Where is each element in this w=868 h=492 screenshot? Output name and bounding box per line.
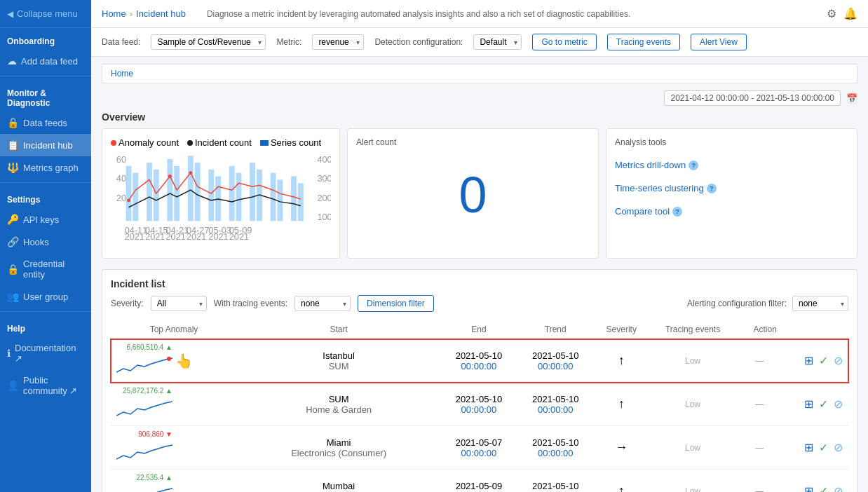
action-chart-icon[interactable]: ⊞	[804, 441, 813, 454]
severity-select-wrap: All	[151, 296, 207, 311]
breadcrumb: Home › Incident hub	[102, 8, 186, 19]
td-sparkline: 906,860 ▼	[111, 426, 237, 470]
sidebar-item-community[interactable]: 👤 Public community ↗	[0, 369, 91, 402]
data-feed-select-wrap: Sample of Cost/Revenue	[151, 34, 266, 50]
help-icon-drilldown[interactable]: ?	[689, 160, 698, 170]
start-time[interactable]: 00:00:00	[446, 448, 511, 458]
svg-text:2021: 2021	[187, 231, 206, 242]
incident-controls: Severity: All With tracing events: none …	[111, 295, 848, 312]
sidebar-item-data-feeds[interactable]: 🔒 Data feeds	[0, 111, 91, 134]
bell-icon[interactable]: 🔔	[843, 7, 857, 20]
td-trend: ↑	[594, 339, 649, 383]
action-chart-icon[interactable]: ⊞	[804, 354, 813, 367]
metrics-drilldown-link[interactable]: Metrics drill-down ?	[615, 160, 698, 170]
main-content: Home › Incident hub Diagnose a metric in…	[91, 0, 868, 492]
analysis-tools-title: Analysis tools	[615, 137, 848, 147]
credential-icon: 🔒	[7, 264, 19, 275]
sidebar-item-incident-hub[interactable]: 📋 Incident hub	[0, 134, 91, 156]
detection-label: Detection configuration:	[374, 37, 463, 47]
action-chart-icon[interactable]: ⊞	[804, 397, 813, 411]
settings-icon[interactable]: ⚙	[827, 7, 836, 20]
anomaly-category: Home & Garden	[243, 404, 435, 415]
td-top-anomaly[interactable]: Mumbai Historical & Advertising Collecti…	[237, 470, 440, 493]
sidebar-item-add-data-feed[interactable]: ☁ Add data feed	[0, 50, 91, 72]
anomaly-city: SUM	[243, 394, 435, 404]
sidebar-item-user-group[interactable]: 👥 User group	[0, 285, 91, 308]
end-time[interactable]: 00:00:00	[523, 404, 588, 415]
date-range: 2021-04-12 00:00:00 - 2021-05-13 00:00:0…	[102, 90, 857, 106]
action-chart-icon[interactable]: ⊞	[804, 484, 813, 492]
compare-tool-link[interactable]: Compare tool ?	[615, 206, 682, 217]
divider	[0, 311, 91, 312]
go-to-metric-button[interactable]: Go to metric	[532, 34, 596, 50]
action-dismiss-icon[interactable]: ⊘	[834, 441, 843, 454]
svg-rect-10	[154, 170, 159, 221]
start-time[interactable]: 00:00:00	[446, 361, 511, 371]
alert-view-button[interactable]: Alert View	[691, 34, 747, 50]
alerting-config-select[interactable]: none	[792, 296, 848, 311]
th-severity: Severity	[594, 320, 649, 339]
start-time[interactable]: 00:00:00	[446, 404, 511, 415]
settings-section: Settings	[0, 186, 91, 208]
severity-select[interactable]: All	[151, 296, 207, 311]
th-top-anomaly: Top Anomaly	[111, 320, 237, 339]
end-date: 2021-05-10	[523, 481, 588, 491]
topbar-description: Diagnose a metric incident by leveraging…	[207, 9, 820, 19]
end-time[interactable]: 00:00:00	[523, 361, 588, 371]
anomaly-city: Miami	[243, 437, 435, 448]
calendar-icon[interactable]: 📅	[846, 93, 857, 104]
svg-rect-7	[126, 166, 132, 221]
sparkline: 25,872,176.2 ▲	[116, 387, 172, 421]
sidebar: ◀ Collapse menu Onboarding ☁ Add data fe…	[0, 0, 91, 492]
tracing-select[interactable]: none	[294, 296, 351, 311]
action-check-icon[interactable]: ✓	[819, 354, 828, 367]
svg-text:200: 200	[317, 193, 331, 203]
overview-chart-svg: 60 40 20 400 300 200 100	[111, 151, 331, 242]
th-action: Action	[736, 320, 782, 339]
td-top-anomaly[interactable]: Miami Electronics (Consumer)	[237, 426, 440, 470]
sidebar-item-metrics-graph[interactable]: 🔱 Metrics graph	[0, 156, 91, 179]
breadcrumb-incident-hub[interactable]: Incident hub	[136, 8, 186, 19]
breadcrumb-sep: ›	[130, 8, 133, 19]
td-start: 2021-05-09 00:00:00	[440, 470, 517, 493]
td-action: ⊞ ✓ ⊘	[782, 426, 848, 470]
content-area: Home 2021-04-12 00:00:00 - 2021-05-13 00…	[91, 57, 868, 492]
action-dismiss-icon[interactable]: ⊘	[834, 354, 843, 367]
end-time[interactable]: 00:00:00	[523, 448, 588, 458]
svg-text:2021: 2021	[125, 231, 144, 242]
sidebar-item-hooks[interactable]: 🔗 Hooks	[0, 231, 91, 253]
td-start: 2021-05-10 00:00:00	[440, 339, 517, 383]
sidebar-item-api-keys[interactable]: 🔑 API keys	[0, 208, 91, 231]
dimension-filter-button[interactable]: Dimension filter	[358, 295, 434, 312]
lock-icon: 🔒	[7, 117, 19, 128]
td-top-anomaly[interactable]: Istanbul SUM	[237, 339, 440, 383]
metric-select[interactable]: revenue	[312, 34, 364, 50]
data-feed-select[interactable]: Sample of Cost/Revenue	[151, 34, 266, 50]
topbar: Home › Incident hub Diagnose a metric in…	[91, 0, 868, 28]
td-tracing: —	[736, 470, 782, 493]
incident-icon: 📋	[7, 139, 19, 151]
action-dismiss-icon[interactable]: ⊘	[834, 484, 843, 492]
detection-select[interactable]: Default	[473, 34, 522, 50]
help-icon-clustering[interactable]: ?	[707, 184, 717, 193]
alerting-config-label: Alerting configuration filter:	[687, 299, 787, 308]
help-icon-compare[interactable]: ?	[672, 207, 682, 217]
action-check-icon[interactable]: ✓	[819, 397, 828, 411]
breadcrumb-home-link[interactable]: Home	[111, 69, 133, 78]
controlbar: Data feed: Sample of Cost/Revenue Metric…	[91, 28, 868, 57]
action-check-icon[interactable]: ✓	[819, 441, 828, 454]
metrics-icon: 🔱	[7, 162, 19, 173]
collapse-menu-button[interactable]: ◀ Collapse menu	[0, 0, 91, 28]
sidebar-item-documentation[interactable]: ℹ Documentation ↗	[0, 337, 91, 369]
time-series-clustering-link[interactable]: Time-series clustering ?	[615, 183, 717, 193]
alert-count-title: Alert count	[356, 137, 590, 147]
action-dismiss-icon[interactable]: ⊘	[834, 397, 843, 411]
breadcrumb-home[interactable]: Home	[102, 8, 126, 19]
analysis-tools-card: Analysis tools Metrics drill-down ? Time…	[606, 128, 857, 259]
action-check-icon[interactable]: ✓	[819, 484, 828, 492]
td-top-anomaly[interactable]: SUM Home & Garden	[237, 383, 440, 426]
sidebar-item-credential[interactable]: 🔒 Credential entity	[0, 253, 91, 285]
alert-count-card: Alert count 0	[347, 128, 599, 259]
tracing-events-button[interactable]: Tracing events	[607, 34, 680, 50]
overview-title: Overview	[102, 111, 857, 123]
